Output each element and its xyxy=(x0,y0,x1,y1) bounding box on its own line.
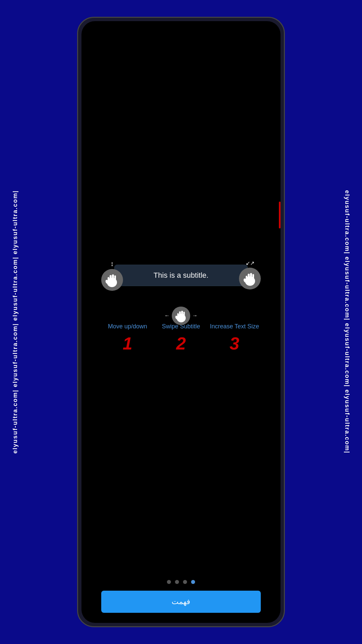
content-area: This is a subtitle. ↕ xyxy=(81,21,281,580)
labels-row: Move up/down 1 Swipe Subtitle 2 Increase… xyxy=(98,323,265,354)
subtitle-text: This is a subtitle. xyxy=(154,271,208,280)
watermark-left-text: elyusuf-ultra.com| elyusuf-ultra.com| el… xyxy=(12,190,19,453)
watermark-right-text: elyusuf-ultra.com| elyusuf-ultra.com| el… xyxy=(344,190,351,453)
hand-left-circle xyxy=(101,269,123,291)
dot-3 xyxy=(183,580,187,584)
svg-rect-3 xyxy=(114,275,116,283)
watermark-right: elyusuf-ultra.com| elyusuf-ultra.com| el… xyxy=(332,0,362,644)
gesture-updown: ↕ xyxy=(101,260,123,291)
arrow-swipe-icon: ← xyxy=(165,307,198,325)
label-number-1: 1 xyxy=(123,333,132,354)
label-number-3: 3 xyxy=(230,333,239,354)
label-number-2: 2 xyxy=(176,333,186,354)
hand-right-circle xyxy=(239,268,261,289)
got-it-button[interactable]: فهمت xyxy=(101,591,260,613)
label-text-3: Increase Text Size xyxy=(210,323,259,330)
subtitle-bar: This is a subtitle. ↕ xyxy=(114,265,248,286)
dot-2 xyxy=(175,580,179,584)
svg-rect-9 xyxy=(252,274,254,281)
svg-rect-1 xyxy=(110,275,112,283)
svg-rect-13 xyxy=(179,311,181,319)
arrow-expand-icon: ↙↗ xyxy=(246,260,254,266)
phone-screen: This is a subtitle. ↕ xyxy=(81,21,281,623)
svg-rect-15 xyxy=(183,312,185,318)
svg-rect-2 xyxy=(112,274,114,283)
pagination-dots xyxy=(167,580,195,584)
label-text-1: Move up/down xyxy=(108,323,147,330)
gesture-expand: ↙↗ xyxy=(239,260,261,289)
gesture-swipe: ← xyxy=(165,307,198,326)
hand-bottom-icon xyxy=(175,308,187,323)
hand-right-icon xyxy=(243,270,257,286)
tutorial-illustration: This is a subtitle. ↕ xyxy=(98,255,265,296)
dot-4 xyxy=(191,580,195,584)
label-item-2: Swipe Subtitle 2 xyxy=(154,323,208,354)
label-item-3: Increase Text Size 3 xyxy=(208,323,261,354)
arrow-updown-icon: ↕ xyxy=(110,260,114,268)
phone-frame: This is a subtitle. ↕ xyxy=(77,17,285,627)
label-item-1: Move up/down 1 xyxy=(101,323,155,354)
svg-rect-7 xyxy=(248,274,250,282)
dot-1 xyxy=(167,580,171,584)
svg-rect-8 xyxy=(250,273,252,282)
svg-rect-14 xyxy=(181,311,183,319)
hand-bottom-circle xyxy=(172,307,190,325)
bottom-area: فهمت xyxy=(81,580,281,623)
hand-left-icon xyxy=(105,272,119,288)
watermark-left: elyusuf-ultra.com| elyusuf-ultra.com| el… xyxy=(0,0,30,644)
